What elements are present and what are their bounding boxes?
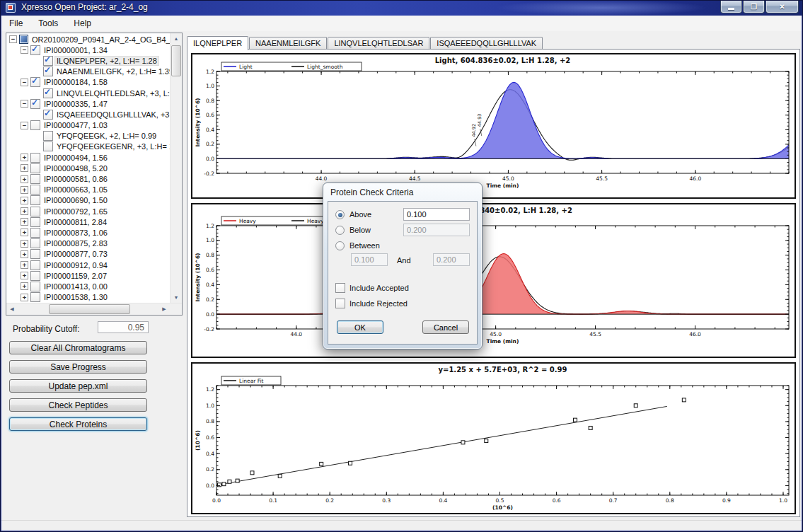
collapse-icon[interactable]: − [21,46,28,54]
node-checkbox[interactable] [30,271,40,281]
node-checkbox[interactable]: ✓ [43,110,53,120]
tree-node-ipi00000494[interactable]: +IPI00000494, 1.56 [6,152,170,163]
check-proteins-button[interactable]: Check Proteins [9,417,147,431]
scroll-right-icon[interactable]: ▶ [158,303,170,315]
above-radio[interactable] [335,210,345,219]
node-checkbox[interactable]: ✓ [43,88,53,98]
dialog-titlebar[interactable]: Protein Check Criteria [323,183,482,200]
node-checkbox[interactable] [30,195,40,205]
tree-node-ipi00000581[interactable]: +IPI00000581, 0.86 [6,173,170,184]
cancel-button[interactable]: Cancel [422,320,469,334]
scroll-down-icon[interactable]: ▼ [171,292,182,303]
tree-node-ipi00001159[interactable]: +IPI00001159, 2.07 [6,270,170,281]
scroll-left-icon[interactable]: ◀ [6,303,18,315]
expand-icon[interactable]: + [21,175,28,183]
node-checkbox[interactable]: ✓ [30,45,40,55]
tree-node-ipi00000335[interactable]: −✓IPI00000335, 1.47 [6,98,170,109]
tree-node-ipi00000663[interactable]: +IPI00000663, 1.05 [6,185,170,195]
minimize-button[interactable] [720,0,742,13]
tab-isqaeeedqqllghlllvak[interactable]: ISQAEEEDQQLLGHLLLVAK [430,37,543,49]
node-checkbox[interactable] [43,131,53,141]
tree-node-yfqfqeegkegenr[interactable]: YFQFQEEGKEGENR, +3, L:H= 1.06 [6,141,170,152]
node-checkbox[interactable] [30,120,40,130]
tree-horizontal-scrollbar[interactable]: ◀ ▶ [6,303,182,315]
tree-node-ipi00000811[interactable]: +IPI00000811, 2.84 [6,216,170,227]
collapse-icon[interactable]: − [9,35,17,43]
expand-icon[interactable]: + [21,186,28,194]
node-checkbox[interactable] [30,207,40,216]
node-checkbox[interactable] [30,217,40,227]
collapse-icon[interactable]: − [21,79,28,86]
node-checkbox[interactable] [30,292,40,302]
scroll-up-icon[interactable]: ▲ [171,33,182,45]
tree-node-ipi00001538[interactable]: +IPI00001538, 1.30 [6,292,170,303]
clear-all-chromatograms-button[interactable]: Clear All Chromatograms [9,341,147,354]
tree-node-isqaeeedqqllghlllvak[interactable]: ✓ISQAEEEDQQLLGHLLLVAK, +3, L:H= 1.47 [6,109,170,120]
collapse-icon[interactable]: − [21,122,28,129]
below-value-input[interactable] [403,224,470,236]
tab-ilqneplper[interactable]: ILQNEPLPER [187,36,248,50]
node-checkbox[interactable]: ✓ [30,77,40,87]
tree-node-yfqfqeegk[interactable]: YFQFQEEGK, +2, L:H= 0.99 [6,131,170,141]
node-checkbox[interactable] [30,228,40,238]
expand-icon[interactable]: + [21,250,28,258]
tree-node-ilqneplper[interactable]: ✓ILQNEPLPER, +2, L:H= 1.28 [6,55,170,66]
node-checkbox[interactable] [30,249,40,259]
node-checkbox[interactable] [30,153,40,163]
menu-item-help[interactable]: Help [66,16,99,31]
tree-node-ipi00000184[interactable]: −✓IPI00000184, 1.58 [6,77,170,88]
horizontal-scroll-thumb[interactable] [49,304,130,314]
update-pep-xml-button[interactable]: Update pep.xml [9,379,147,393]
tab-naaenmleilgfk[interactable]: NAAENMLEILGFK [249,37,327,49]
include-accepted-checkbox[interactable] [335,283,345,293]
collapse-icon[interactable]: − [21,100,28,108]
tree-node-ipi00000792[interactable]: +IPI00000792, 1.65 [6,206,170,216]
node-checkbox[interactable]: ✓ [43,56,53,66]
expand-icon[interactable]: + [21,197,28,204]
menu-item-file[interactable]: File [1,16,30,31]
expand-icon[interactable]: + [21,294,28,301]
node-checkbox[interactable]: ✓ [43,66,53,76]
between-radio[interactable] [335,241,345,250]
node-checkbox[interactable] [30,185,40,195]
titlebar[interactable]: Xpresso Open Project: ar_2-4_og ❐ ✕ [0,0,803,16]
probability-cutoff-input[interactable] [98,321,149,333]
expand-icon[interactable]: + [21,207,28,215]
tree-node-ipi00000498[interactable]: +IPI00000498, 5.20 [6,163,170,173]
vertical-scroll-thumb[interactable] [171,45,181,76]
tree-node-ipi00000912[interactable]: +IPI00000912, 0.94 [6,260,170,270]
node-checkbox[interactable] [30,260,40,270]
tree-node-ipi00000873[interactable]: +IPI00000873, 1.06 [6,227,170,238]
tree-node-ipi00000877[interactable]: +IPI00000877, 0.73 [6,249,170,260]
node-checkbox[interactable] [30,163,40,173]
tree-node-ipi00000690[interactable]: +IPI00000690, 1.50 [6,195,170,206]
tree-node-ipi00000875[interactable]: +IPI00000875, 2.83 [6,238,170,249]
node-checkbox[interactable]: ✓ [30,99,40,109]
expand-icon[interactable]: + [21,218,28,226]
expand-icon[interactable]: + [21,282,28,290]
expand-icon[interactable]: + [21,164,28,172]
maximize-button[interactable]: ❐ [743,0,765,13]
ok-button[interactable]: OK [337,320,383,334]
menu-item-tools[interactable]: Tools [30,16,66,31]
expand-icon[interactable]: + [21,261,28,269]
expand-icon[interactable]: + [21,229,28,236]
expand-icon[interactable]: + [21,154,28,161]
node-checkbox[interactable] [30,174,40,184]
tree-vertical-scrollbar[interactable]: ▲ ▼ [170,33,182,303]
tree-node-ipi00001413[interactable]: +IPI00001413, 0.00 [6,281,170,291]
include-rejected-checkbox[interactable] [335,299,345,308]
node-checkbox[interactable] [30,282,40,291]
tab-linqvlelqhtledlsar[interactable]: LINQVLELQHTLEDLSAR [328,37,429,49]
close-button[interactable]: ✕ [766,0,799,13]
between-low-input[interactable] [351,253,388,266]
below-radio[interactable] [335,226,345,235]
expand-icon[interactable]: + [21,240,28,248]
node-checkbox[interactable] [43,141,53,151]
between-high-input[interactable] [433,253,470,266]
tree-node-ipi00000001[interactable]: −✓IPI00000001, 1.34 [6,45,170,55]
node-checkbox[interactable] [30,238,40,248]
expand-icon[interactable]: + [21,272,28,279]
check-peptides-button[interactable]: Check Peptides [9,398,147,412]
above-value-input[interactable] [403,208,470,221]
